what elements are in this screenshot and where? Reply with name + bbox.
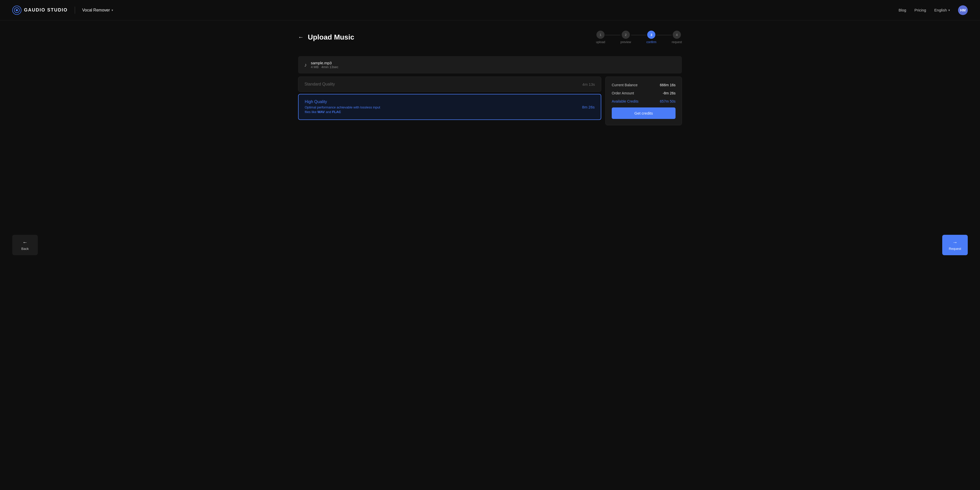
bottom-row: Standard Quality 4m 13s High Quality Opt…	[298, 76, 682, 125]
desc-flac: FLAC	[332, 110, 341, 114]
app-name: Vocal Remover	[82, 8, 110, 13]
music-icon: ♪	[304, 62, 307, 68]
nav-blog[interactable]: Blog	[899, 8, 906, 12]
back-button-label: Back	[21, 247, 29, 251]
logo: GAUDIO STUDIO	[12, 6, 68, 15]
step-label-request: request	[672, 40, 682, 44]
header-left: GAUDIO STUDIO Vocal Remover ▾	[12, 6, 113, 15]
step-request: 4request	[672, 30, 682, 44]
current-balance-value: 666m 16s	[660, 83, 676, 87]
step-connector-1	[631, 35, 646, 35]
header-right: Blog Pricing English ▾ HM	[899, 5, 968, 15]
balance-row-current: Current Balance 666m 16s	[612, 83, 676, 87]
file-size: 4 MB	[311, 65, 318, 69]
quality-desc-high: Optimal performance achievable with loss…	[305, 105, 387, 115]
file-name: sample.mp3	[311, 61, 339, 65]
order-amount-value: -8m 26s	[662, 91, 676, 95]
svg-point-2	[16, 9, 18, 11]
desc-wav: WAV	[318, 110, 325, 114]
quality-time-standard: 4m 13s	[582, 82, 595, 86]
logo-icon	[12, 6, 21, 15]
step-label-preview: preview	[620, 40, 631, 44]
page-back-arrow-icon[interactable]: ←	[298, 34, 304, 41]
quality-card-high-left: High Quality Optimal performance achieva…	[305, 100, 387, 115]
order-amount-label: Order Amount	[612, 91, 634, 95]
balance-row-order: Order Amount -8m 26s	[612, 91, 676, 95]
chevron-down-icon: ▾	[111, 8, 113, 12]
get-credits-button[interactable]: Get credits	[612, 107, 676, 119]
quality-title-standard: Standard Quality	[304, 82, 335, 86]
step-label-upload: upload	[596, 40, 605, 44]
step-upload: 1upload	[596, 30, 605, 44]
quality-section: Standard Quality 4m 13s High Quality Opt…	[298, 76, 601, 120]
app-selector[interactable]: Vocal Remover ▾	[82, 8, 113, 13]
lang-chevron-icon: ▾	[948, 8, 950, 12]
step-circle-confirm: 3	[647, 30, 655, 39]
available-credits-value: 657m 50s	[660, 99, 676, 103]
quality-title-high: High Quality	[305, 100, 387, 104]
avatar[interactable]: HM	[958, 5, 968, 15]
file-row: ♪ sample.mp3 4 MB 4min 13sec	[298, 56, 682, 73]
request-button[interactable]: → Request	[942, 235, 968, 255]
content-area: ♪ sample.mp3 4 MB 4min 13sec Standard Qu…	[298, 56, 682, 125]
step-connector-2	[656, 35, 672, 35]
step-connector-0	[605, 35, 620, 35]
lang-selector[interactable]: English ▾	[934, 8, 950, 12]
file-info: sample.mp3 4 MB 4min 13sec	[311, 61, 339, 69]
main-content: ← Upload Music 1upload2preview3confirm4r…	[286, 21, 694, 135]
request-button-label: Request	[949, 247, 961, 251]
balance-row-available: Available Credits 657m 50s	[612, 99, 676, 103]
current-balance-label: Current Balance	[612, 83, 638, 87]
step-circle-request: 4	[673, 30, 681, 39]
quality-card-standard-left: Standard Quality	[304, 82, 335, 86]
page-header: ← Upload Music 1upload2preview3confirm4r…	[298, 30, 682, 44]
logo-text: GAUDIO STUDIO	[24, 7, 68, 13]
quality-card-standard[interactable]: Standard Quality 4m 13s	[298, 76, 601, 92]
stepper: 1upload2preview3confirm4request	[596, 30, 682, 44]
nav-pricing[interactable]: Pricing	[915, 8, 926, 12]
file-duration: 4min 13sec	[321, 65, 338, 69]
header: GAUDIO STUDIO Vocal Remover ▾ Blog Prici…	[0, 0, 980, 21]
request-button-arrow-icon: →	[953, 239, 958, 245]
file-meta: 4 MB 4min 13sec	[311, 65, 339, 69]
lang-label: English	[934, 8, 947, 12]
step-circle-preview: 2	[622, 30, 630, 39]
page-title-area: ← Upload Music	[298, 33, 354, 41]
quality-card-high[interactable]: High Quality Optimal performance achieva…	[298, 94, 601, 120]
back-button[interactable]: ← Back	[12, 235, 38, 255]
step-preview: 2preview	[620, 30, 631, 44]
balance-card: Current Balance 666m 16s Order Amount -8…	[605, 76, 682, 125]
back-button-arrow-icon: ←	[22, 239, 27, 245]
step-circle-upload: 1	[597, 30, 605, 39]
step-confirm: 3confirm	[646, 30, 656, 44]
available-credits-label: Available Credits	[612, 99, 638, 103]
step-label-confirm: confirm	[646, 40, 656, 44]
quality-time-high: 8m 26s	[582, 105, 595, 109]
page-title: Upload Music	[308, 33, 354, 41]
